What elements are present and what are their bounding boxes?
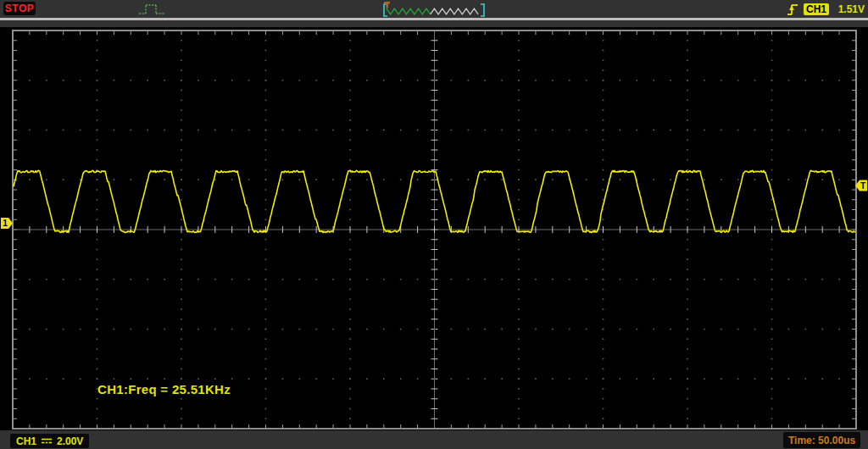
- trigger-channel-badge: CH1: [804, 3, 829, 15]
- scope-display: 1 T CH1:Freq = 25.51KHz: [0, 27, 868, 430]
- trigger-type-pulse-icon: [138, 2, 167, 17]
- dc-coupling-icon: [41, 437, 53, 446]
- svg-text:T: T: [860, 181, 865, 191]
- svg-text:1: 1: [3, 219, 8, 228]
- timebase-box: Time: 50.00us: [783, 432, 860, 448]
- freq-readout: CH1:Freq = 25.51KHz: [97, 382, 231, 396]
- acquisition-status-button[interactable]: STOP: [3, 2, 36, 15]
- topbar-substrip: [0, 20, 868, 27]
- time-per-div: Time: 50.00us: [788, 435, 855, 446]
- top-status-bar: STOP CH1 1.51V: [0, 0, 868, 18]
- trigger-level-value: 1.51V: [834, 3, 865, 15]
- acquisition-status-label: STOP: [5, 3, 34, 14]
- waveform-preview-bar[interactable]: [381, 1, 487, 19]
- ch1-volts-per-div: 2.00V: [57, 435, 83, 447]
- trigger-settings: CH1 1.51V: [787, 1, 865, 17]
- bottom-status-bar: CH1 2.00V Time: 50.00us: [0, 430, 868, 449]
- preview-waveform: [381, 1, 487, 19]
- oscilloscope-screen: STOP CH1 1.51V 1 T CH1:Freq = 25.51KHz C…: [0, 0, 868, 449]
- ch1-label: CH1: [16, 435, 36, 447]
- graticule-and-trace: 1 T: [0, 27, 868, 430]
- trigger-level-marker[interactable]: T: [855, 180, 867, 191]
- ch1-settings-box: CH1 2.00V: [10, 434, 89, 448]
- channel1-position-marker[interactable]: 1: [1, 218, 13, 229]
- rising-edge-trigger-icon: [787, 2, 798, 17]
- graticule: [13, 30, 857, 429]
